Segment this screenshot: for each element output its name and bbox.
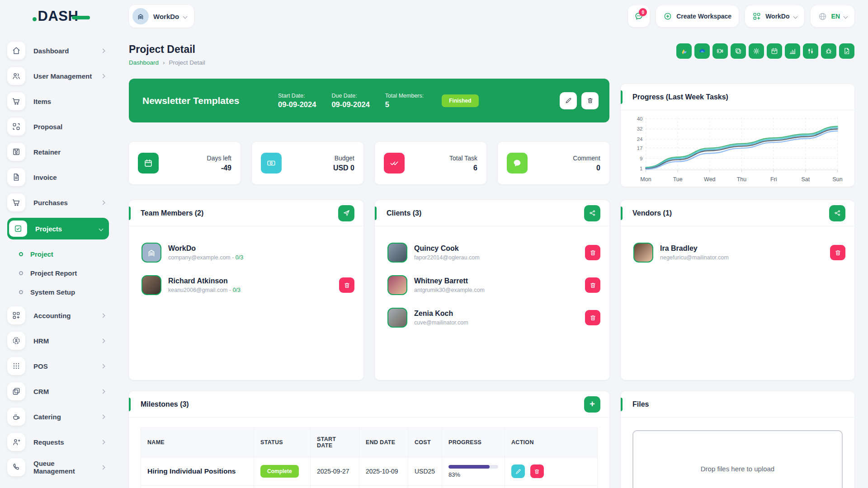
svg-text:Mon: Mon xyxy=(640,176,651,183)
sidebar-item-retainer[interactable]: Retainer xyxy=(7,142,109,162)
stat-label: Total Task xyxy=(449,155,477,162)
sidebar-subitem-project[interactable]: Project xyxy=(19,245,109,263)
grid-plus-icon xyxy=(752,12,761,21)
panel-title: Team Members (2) xyxy=(141,209,203,217)
column-header: NAME xyxy=(141,428,254,457)
project-banner: Newsletter Templates Start Date: 09-09-2… xyxy=(129,79,609,122)
bullet-icon xyxy=(19,252,23,256)
cart-icon xyxy=(12,97,21,106)
column-header: START DATE xyxy=(311,428,359,457)
sidebar-item-pos[interactable]: POS xyxy=(7,356,109,376)
trash-icon xyxy=(586,97,594,104)
onedrive-button[interactable] xyxy=(694,43,710,59)
share-client-button[interactable] xyxy=(584,205,600,221)
logo-dot xyxy=(33,17,37,21)
sidebar-item-crm[interactable]: CRM xyxy=(7,381,109,401)
client-row: Quincy Cookfapor22014@oglerau.com xyxy=(375,236,609,269)
edit-milestone-button[interactable] xyxy=(511,465,525,478)
google-drive-button[interactable] xyxy=(676,43,692,59)
milestone-start-date: 2025-10-10 xyxy=(311,486,359,488)
column-header: COST xyxy=(408,428,442,457)
sidebar-item-items[interactable]: Items xyxy=(7,91,109,111)
avatar xyxy=(633,243,653,263)
meeting-video-button[interactable] xyxy=(712,43,728,59)
sidebar-item-proposal[interactable]: Proposal xyxy=(7,117,109,136)
client-name: Quincy Cook xyxy=(414,244,480,253)
settings-button[interactable] xyxy=(749,43,764,59)
sidebar-subitem-project-report[interactable]: Project Report xyxy=(19,264,109,282)
sidebar-item-purchases[interactable]: Purchases xyxy=(7,192,109,212)
trash-icon xyxy=(589,314,597,322)
add-milestone-button[interactable]: + xyxy=(584,396,600,413)
share-vendor-button[interactable] xyxy=(829,205,845,221)
sidebar-item-projects[interactable]: Projects xyxy=(7,218,109,239)
milestone-name: Hiring Individual Positions xyxy=(141,457,254,486)
delete-milestone-button[interactable] xyxy=(530,465,544,478)
remove-vendor-button[interactable] xyxy=(830,245,845,260)
stat-label: Comment xyxy=(573,155,600,162)
chevron-right-icon xyxy=(101,200,105,205)
sidebar-item-requests[interactable]: Requests xyxy=(7,432,109,452)
milestone-end-date: 2025-10-09 xyxy=(359,457,408,486)
sidebar-subitem-system-setup[interactable]: System Setup xyxy=(19,283,109,301)
trash-icon xyxy=(343,282,351,289)
calendar-icon xyxy=(143,158,153,168)
breadcrumb-current: Project Detail xyxy=(169,59,205,66)
remove-client-button[interactable] xyxy=(585,310,600,325)
building-icon xyxy=(146,247,157,258)
line-chart: 1917243240MonTueWedThuFriSatSun xyxy=(621,110,854,187)
edit-project-button[interactable] xyxy=(560,92,577,109)
duplicate-button[interactable] xyxy=(731,43,746,59)
workspace-selector[interactable]: WorkDo xyxy=(129,5,194,28)
language-selector[interactable]: EN xyxy=(811,5,854,27)
share-icon xyxy=(589,209,596,217)
breadcrumb-dashboard-link[interactable]: Dashboard xyxy=(129,59,159,66)
calendar-button[interactable] xyxy=(767,43,782,59)
milestone-name: Communication Updates xyxy=(141,486,254,488)
sidebar-item-queue-management[interactable]: Queue Management xyxy=(7,457,109,477)
sidebar-item-catering[interactable]: Catering xyxy=(7,407,109,427)
messages-button[interactable]: 0 xyxy=(628,5,650,27)
double-check-icon xyxy=(389,158,399,168)
pencil-icon xyxy=(565,97,572,104)
sidebar-item-accounting[interactable]: Accounting xyxy=(7,305,109,325)
remove-client-button[interactable] xyxy=(585,245,600,260)
phone-icon xyxy=(12,463,21,472)
sidebar-item-dashboard[interactable]: Dashboard xyxy=(7,41,109,61)
create-workspace-button[interactable]: Create Workspace xyxy=(656,5,739,27)
delete-project-button[interactable] xyxy=(581,92,599,109)
home-icon xyxy=(12,46,21,55)
stat-label: Days left xyxy=(207,155,231,162)
svg-text:1: 1 xyxy=(640,166,642,171)
file-dropzone[interactable]: Drop files here to upload xyxy=(632,430,843,488)
column-header: PROGRESS xyxy=(442,428,505,457)
panel-title: Files xyxy=(632,400,649,408)
milestone-end-date: 2025-10-22 xyxy=(359,486,408,488)
create-workspace-label: Create Workspace xyxy=(676,13,731,20)
vendor-email: negefuricu@mailinator.com xyxy=(660,254,729,261)
workspace-avatar xyxy=(132,8,149,24)
stat-value: 6 xyxy=(449,164,477,172)
milestone-status-badge: Complete xyxy=(260,465,299,478)
report-chart-button[interactable] xyxy=(785,43,800,59)
sidebar-item-user-management[interactable]: User Management xyxy=(7,66,109,86)
client-name: Whitney Barrett xyxy=(414,277,485,285)
remove-member-button[interactable] xyxy=(339,277,354,293)
workflow-button[interactable] xyxy=(803,43,818,59)
sidebar-item-hrm[interactable]: HRM xyxy=(7,331,109,351)
logo-dash xyxy=(72,16,90,19)
breadcrumb: Dashboard › Project Detail xyxy=(129,59,205,66)
invite-member-button[interactable] xyxy=(338,205,354,221)
money-icon xyxy=(266,158,276,168)
svg-text:Sun: Sun xyxy=(832,176,842,183)
breadcrumb-separator: › xyxy=(163,59,165,66)
sidebar-item-invoice[interactable]: Invoice xyxy=(7,167,109,187)
document-report-button[interactable] xyxy=(839,43,854,59)
bug-report-button[interactable] xyxy=(821,43,836,59)
topbar: DASH WorkDo 0 Create Workspace xyxy=(0,0,868,33)
remove-client-button[interactable] xyxy=(585,277,600,293)
clients-panel: Clients (3) Quincy Cookfapor22014@oglera… xyxy=(375,200,609,380)
workspace-menu-button[interactable]: WorkDo xyxy=(745,5,804,27)
video-plus-icon xyxy=(716,47,724,55)
avatar xyxy=(142,243,161,263)
